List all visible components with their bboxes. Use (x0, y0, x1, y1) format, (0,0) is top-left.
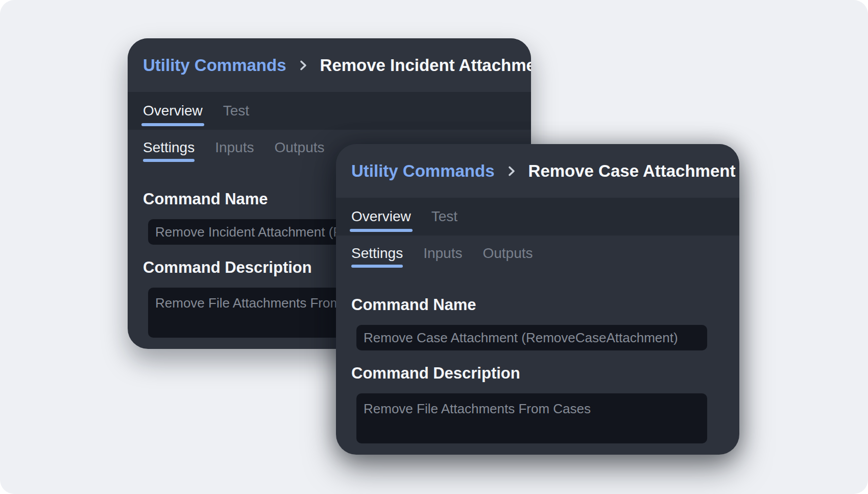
command-card-case: Utility Commands Remove Case Attachment … (336, 144, 739, 455)
breadcrumb-current: Remove Case Attachment (528, 161, 736, 181)
subtab-inputs[interactable]: Inputs (215, 139, 254, 162)
command-name-label: Command Name (351, 296, 724, 314)
breadcrumb-link-utility-commands[interactable]: Utility Commands (143, 56, 286, 75)
breadcrumb: Utility Commands Remove Case Attachment (336, 144, 739, 198)
page-canvas: Utility Commands Remove Incident Attachm… (0, 0, 868, 494)
tab-bar: Overview Test (336, 198, 739, 236)
tab-overview[interactable]: Overview (351, 198, 411, 236)
breadcrumb-link-utility-commands[interactable]: Utility Commands (351, 161, 495, 181)
breadcrumb-current: Remove Incident Attachment (320, 56, 531, 75)
card-body: Settings Inputs Outputs Command Name Rem… (336, 245, 739, 443)
tab-bar: Overview Test (128, 92, 531, 130)
subtab-outputs[interactable]: Outputs (483, 245, 533, 268)
subtab-settings[interactable]: Settings (143, 139, 195, 162)
command-description-textarea[interactable]: Remove File Attachments From Cases (356, 393, 707, 443)
breadcrumb: Utility Commands Remove Incident Attachm… (128, 38, 531, 92)
tab-test[interactable]: Test (431, 198, 457, 236)
subtab-settings[interactable]: Settings (351, 245, 403, 268)
subtab-outputs[interactable]: Outputs (274, 139, 324, 162)
tab-test[interactable]: Test (223, 92, 249, 130)
subtab-inputs[interactable]: Inputs (423, 245, 462, 268)
command-name-input[interactable]: Remove Case Attachment (RemoveCaseAttach… (356, 325, 707, 350)
chevron-right-icon (506, 164, 517, 178)
subtab-bar: Settings Inputs Outputs (351, 245, 724, 268)
chevron-right-icon (298, 59, 309, 72)
tab-overview[interactable]: Overview (143, 92, 203, 130)
command-description-label: Command Description (351, 365, 724, 382)
